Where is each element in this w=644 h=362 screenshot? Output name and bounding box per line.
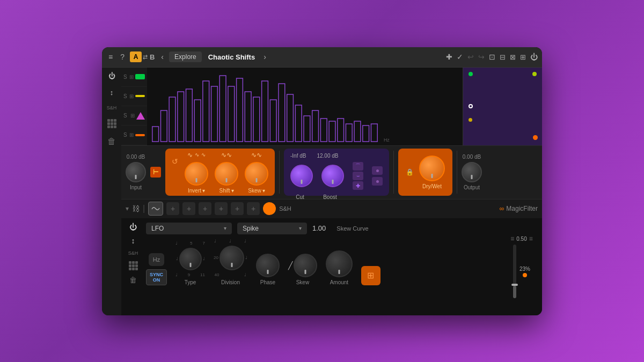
sidebar-sh-label[interactable]: S&H [107, 105, 117, 110]
svg-rect-14 [270, 100, 276, 142]
btn-b[interactable]: B [149, 53, 156, 61]
input-knob[interactable] [126, 162, 146, 182]
undo-icon[interactable]: ↩ [467, 53, 474, 61]
lfo-type-dropdown[interactable]: LFO ▾ [146, 223, 232, 234]
sidebar-arrows-icon[interactable]: ↕ [110, 88, 114, 97]
swap-icon[interactable]: ⇄ [143, 54, 148, 61]
amount-knob[interactable] [326, 250, 353, 277]
sidebar-power-icon[interactable]: ⏻ [108, 72, 115, 80]
track-grid-3[interactable]: ⊞ [130, 113, 135, 119]
spectrum-display: Hz [147, 68, 463, 145]
slider-menu-icon[interactable]: ≡ [510, 235, 514, 242]
lfo-type-dropdown-arrow: ▾ [224, 225, 226, 231]
sidebar-grid-icon[interactable] [107, 119, 116, 128]
orange-filter-section: ↺ ∿ ∿ ∿ Invert▾ [165, 149, 275, 196]
magic-filter-label: MagicFilter [506, 205, 538, 212]
filter-section: 0.00 dB Input ⊢ ↺ ∿ ∿ ∿ [121, 145, 542, 199]
skew-control-knob[interactable] [294, 254, 317, 277]
shift-knob[interactable] [215, 162, 238, 186]
slider-track[interactable] [513, 245, 516, 298]
division-knob[interactable] [219, 246, 244, 270]
lfo-sh-label[interactable]: S&H [128, 250, 138, 256]
power-icon[interactable]: ⏻ [530, 53, 538, 61]
spectrum-right-pad[interactable] [463, 68, 542, 145]
lfo-shape-arrow: ▾ [299, 225, 302, 231]
drywet-label: Dry/Wet [422, 183, 442, 189]
lfo-left-icons: ⏻ ↕ S&H 🗑 [126, 223, 141, 311]
lfo-grid-icon[interactable] [129, 261, 138, 270]
track-grid-4[interactable]: ⊞ [129, 132, 134, 138]
track-grid-1[interactable]: ⊞ [129, 74, 134, 80]
skew-label[interactable]: Skew▾ [248, 188, 265, 194]
lfo-shape-dropdown[interactable]: Spike ▾ [237, 223, 307, 234]
lfo-power-icon[interactable]: ⏻ [129, 223, 137, 231]
sync-button[interactable]: SYNCON [146, 269, 167, 285]
shift-label[interactable]: Shift▾ [219, 188, 233, 194]
slider-options-icon[interactable]: ≡ [529, 235, 533, 242]
track-color-orange [135, 134, 145, 136]
mod-add-btn-5[interactable]: + [231, 202, 244, 215]
filter-shape-btn-1[interactable]: ⌒ [353, 162, 363, 171]
window-icon-1[interactable]: ⊟ [500, 53, 506, 61]
redo-icon[interactable]: ↪ [478, 53, 485, 61]
svg-rect-19 [312, 110, 319, 142]
mod-shape-sine[interactable] [148, 202, 163, 216]
menu-icon[interactable]: ≡ [106, 51, 115, 62]
mod-chain-icon[interactable]: ⛓ [132, 204, 140, 213]
skew-group: ∿∿ Skew▾ [245, 151, 268, 194]
lfo-orange-grid-btn[interactable]: ⊞ [361, 266, 380, 285]
mod-orange-btn[interactable] [263, 202, 276, 215]
slider-thumb[interactable] [511, 284, 518, 286]
phase-knob[interactable] [256, 254, 280, 277]
lfo-trash-icon[interactable]: 🗑 [129, 276, 137, 284]
pin-icon[interactable]: ✓ [457, 53, 463, 61]
sidebar-trash-icon[interactable]: 🗑 [107, 137, 116, 146]
lfo-value: 1.00 [312, 224, 326, 232]
mod-add-btn-1[interactable]: + [166, 202, 179, 215]
reset-icon[interactable]: ↺ [172, 157, 178, 166]
slider-value: 0.50 [516, 236, 526, 242]
drywet-knob[interactable] [419, 156, 445, 181]
track-grid-2[interactable]: ⊞ [129, 93, 134, 99]
btn-a[interactable]: A [130, 51, 142, 62]
lfo-top-row: LFO ▾ Spike ▾ 1.00 Skew Curve [146, 223, 500, 234]
nav-left-arrow[interactable]: ‹ [159, 53, 166, 61]
lock-icon[interactable]: 🔒 [406, 168, 414, 176]
input-label: Input [130, 184, 142, 190]
capture-icon[interactable]: ⊡ [489, 53, 495, 61]
svg-rect-9 [228, 86, 235, 142]
svg-rect-18 [304, 116, 310, 142]
add-icon[interactable]: ✚ [446, 53, 452, 61]
mod-collapse-arrow[interactable]: ▾ [126, 205, 129, 212]
type-knob[interactable] [179, 248, 202, 270]
svg-rect-10 [237, 78, 243, 142]
boost-knob[interactable] [321, 165, 344, 187]
nav-right-arrow[interactable]: › [261, 53, 268, 61]
output-knob[interactable] [462, 162, 482, 182]
mod-add-btn-2[interactable]: + [182, 202, 195, 215]
filter-plus-btn[interactable]: ✚ [353, 181, 363, 190]
purple-knobs: ⌒ ⌣ ✚ [290, 162, 383, 190]
lfo-arrows-icon[interactable]: ↕ [131, 237, 135, 245]
invert-knob[interactable] [185, 162, 208, 186]
filter-shape-btn-2[interactable]: ⌣ [353, 172, 363, 180]
purple-toggle-1[interactable] [372, 166, 383, 175]
skew-knob[interactable] [245, 162, 268, 186]
mod-add-btn-3[interactable]: + [199, 202, 211, 215]
filter-type-icon[interactable]: ⊢ [150, 167, 161, 178]
svg-text:Hz: Hz [384, 137, 390, 142]
explore-button[interactable]: Explore [169, 51, 202, 62]
window-icon-2[interactable]: ⊠ [510, 53, 516, 61]
mod-add-btn-4[interactable]: + [215, 202, 228, 215]
window-icon-3[interactable]: ⊞ [520, 53, 526, 61]
purple-toggle-2[interactable] [372, 177, 383, 186]
slider-dot[interactable] [523, 273, 527, 277]
cut-knob[interactable] [290, 165, 313, 187]
mod-add-btn-6[interactable]: + [247, 202, 260, 215]
filter-divider-2 [393, 151, 394, 194]
slider-fill [513, 286, 516, 298]
help-icon[interactable]: ? [118, 51, 127, 62]
magic-filter-icon: ∞ [500, 205, 504, 212]
invert-label[interactable]: Invert▾ [188, 188, 205, 194]
boost-db-label: 12.00 dB [317, 153, 338, 159]
